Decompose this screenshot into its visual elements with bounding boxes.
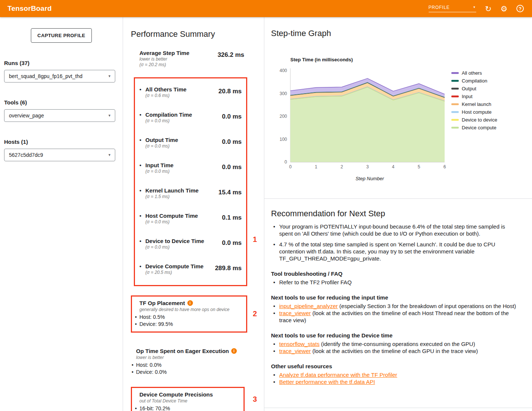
stat-item: Device: 0.0%	[131, 369, 264, 376]
performance-summary-panel: Performance Summary Average Step Time lo…	[123, 17, 264, 411]
svg-text:0: 0	[284, 159, 287, 165]
metric-label: Kernel Launch Time	[145, 187, 219, 194]
legend-item-device-to-device[interactable]: Device to device	[451, 117, 497, 123]
hosts-select[interactable]: 5627c5dd7dc9 ▼	[4, 149, 115, 161]
recommendation-intro-list: Your program is POTENTIALLY input-bound …	[271, 223, 525, 262]
metric-row: • Device Compute Time (σ = 20.5 ms) 289.…	[139, 258, 242, 283]
legend-swatch	[451, 88, 459, 90]
stat-item: Host: 0.5%	[134, 314, 242, 321]
metric-value: 0.0 ms	[222, 113, 242, 124]
legend-item-kernel-launch[interactable]: Kernel launch	[451, 101, 497, 107]
legend-item-host-compute[interactable]: Host compute	[451, 109, 497, 115]
metric-sigma: (σ = 0.6 ms)	[145, 93, 219, 98]
svg-text:1: 1	[315, 164, 317, 169]
runs-select[interactable]: bert_squad_8gpu_fp16_pvt_thd ▼	[4, 70, 115, 82]
metric-row: • Kernel Launch Time (σ = 1.5 ms) 15.4 m…	[139, 182, 242, 207]
step-time-chart-block: Step Time (in milliseconds) 010020030040…	[273, 57, 532, 181]
settings-gear-icon[interactable]: ⚙	[500, 5, 507, 13]
bullet-text: (especially Section 3 for the breakdown …	[338, 303, 516, 309]
bullet-text: (identify the time-consuming operations …	[319, 341, 475, 347]
legend-swatch	[451, 103, 459, 105]
legend-item-device-compute[interactable]: Device compute	[451, 124, 497, 130]
legend-item-compilation[interactable]: Compilation	[451, 78, 497, 84]
trace-viewer-link[interactable]: trace_viewer	[279, 310, 311, 316]
svg-text:5: 5	[417, 164, 420, 169]
metric-sigma: (σ = 20.5 ms)	[145, 270, 215, 275]
chevron-down-icon: ▼	[473, 6, 476, 9]
recommendation-bullet: input_pipeline_analyzer (especially Sect…	[271, 302, 519, 310]
tools-select[interactable]: overview_page ▼	[4, 109, 115, 122]
hosts-label: Hosts (1)	[4, 139, 115, 145]
metric-label: Compilation Time	[145, 111, 222, 118]
metric-row: • Output Time (σ = 0.0 ms) 0.0 ms	[139, 131, 242, 156]
svg-text:200: 200	[280, 114, 287, 119]
average-step-time: Average Step Time lower is better (σ = 2…	[139, 49, 244, 68]
device-compute-precisions-block: Device Compute Precisions out of Total D…	[131, 387, 245, 411]
metric-row: • All Others Time (σ = 0.6 ms) 20.8 ms	[139, 81, 242, 106]
section-heading: Other useful resources	[271, 363, 525, 370]
precisions-note: out of Total Device Time	[139, 398, 240, 404]
eager-execution-block: Op Time Spent on Eager Execution i lower…	[133, 347, 264, 376]
metric-value: 0.0 ms	[222, 138, 242, 149]
legend-item-output[interactable]: Output	[451, 85, 497, 91]
recommendation-bullet: trace_viewer (look at the activities on …	[271, 347, 519, 355]
metric-row: • Device to Device Time (σ = 0.0 ms) 0.0…	[139, 232, 242, 258]
dashboard-select[interactable]: PROFILE ▼	[429, 5, 476, 12]
tf-op-placement-note: generally desired to have more ops on de…	[139, 307, 242, 313]
trace-viewer-link[interactable]: trace_viewer	[279, 348, 311, 354]
metric-sigma: (σ = 0.0 ms)	[145, 245, 222, 250]
bullet-text: (look at the activities on the timeline …	[279, 310, 509, 323]
metric-value: 20.8 ms	[219, 88, 242, 98]
tfdata-api-link[interactable]: Better performance with the tf.data API	[279, 379, 375, 385]
info-icon[interactable]: i	[231, 348, 237, 354]
section-heading: Tool troubleshooting / FAQ	[271, 270, 525, 277]
metric-sigma: (σ = 0.0 ms)	[145, 169, 222, 174]
annotation-number-2: 2	[253, 310, 257, 318]
legend-label: Output	[462, 86, 476, 91]
tensorflow-stats-link[interactable]: tensorflow_stats	[279, 341, 319, 347]
help-icon[interactable]: ?	[516, 5, 524, 12]
tfdata-performance-link[interactable]: Analyze tf.data performance with the TF …	[279, 372, 397, 378]
metric-value: 289.8 ms	[215, 265, 242, 275]
metric-value: 15.4 ms	[219, 189, 242, 200]
recommendation-bullet: 4.7 % of the total step time sampled is …	[271, 241, 519, 262]
recommendation-title: Recommendation for Next Step	[271, 209, 525, 219]
runs-field-group: Runs (37) bert_squad_8gpu_fp16_pvt_thd ▼	[4, 60, 115, 82]
metric-sigma: (σ = 0.0 ms)	[145, 118, 222, 124]
tools-label: Tools (6)	[4, 99, 115, 106]
capture-profile-button[interactable]: CAPTURE PROFILE	[31, 28, 92, 43]
bullet-text: (look at the activities on the timeline …	[311, 348, 478, 354]
legend-swatch	[451, 111, 459, 113]
tf-op-placement-title: TF Op Placement	[139, 300, 185, 307]
chevron-down-icon: ▼	[108, 114, 111, 117]
refresh-icon[interactable]: ↻	[485, 5, 492, 13]
legend-swatch	[451, 119, 459, 121]
bullet-dot: •	[139, 187, 145, 200]
chart-title: Step Time (in milliseconds)	[290, 57, 532, 62]
metric-row: • Host Compute Time (σ = 0.0 ms) 0.1 ms	[139, 207, 242, 232]
legend-label: All others	[462, 70, 482, 76]
info-icon[interactable]: i	[187, 300, 193, 306]
hosts-field-group: Hosts (1) 5627c5dd7dc9 ▼	[4, 139, 115, 161]
input-pipeline-analyzer-link[interactable]: input_pipeline_analyzer	[279, 303, 338, 309]
average-step-time-label: Average Step Time	[139, 49, 189, 56]
legend-item-all-others[interactable]: All others	[451, 70, 497, 76]
tf-op-placement-block: TF Op Placement i generally desired to h…	[131, 295, 247, 333]
recommendation-bullet: Better performance with the tf.data API	[271, 378, 519, 385]
metric-label: Host Compute Time	[145, 212, 222, 219]
annotation-number-1: 1	[253, 235, 257, 244]
right-column: Step-time Graph Step Time (in millisecon…	[264, 17, 532, 411]
metric-sigma: (σ = 0.0 ms)	[145, 219, 222, 225]
legend-item-input[interactable]: Input	[451, 93, 497, 99]
legend-label: Kernel launch	[462, 101, 491, 107]
legend-label: Host compute	[462, 109, 491, 115]
svg-text:0: 0	[289, 164, 292, 169]
app-title: TensorBoard	[7, 4, 52, 13]
performance-summary-title: Performance Summary	[131, 29, 264, 39]
average-step-time-value: 326.2 ms	[217, 51, 244, 68]
chevron-down-icon: ▼	[108, 74, 111, 78]
legend-label: Compilation	[462, 78, 487, 84]
legend-swatch	[451, 72, 459, 74]
topbar-actions: PROFILE ▼ ↻ ⚙ ?	[429, 5, 524, 13]
section-heading: Next tools to use for reducing the Devic…	[271, 332, 525, 339]
